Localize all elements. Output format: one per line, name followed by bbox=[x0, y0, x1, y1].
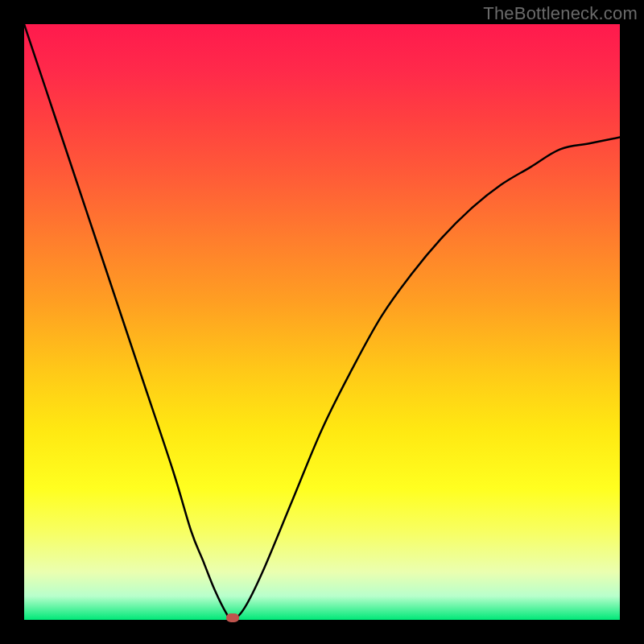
bottleneck-marker bbox=[226, 613, 239, 622]
chart-frame: TheBottleneck.com bbox=[0, 0, 644, 644]
watermark-text: TheBottleneck.com bbox=[483, 3, 638, 24]
bottleneck-curve bbox=[24, 24, 620, 620]
plot-area bbox=[24, 24, 620, 620]
